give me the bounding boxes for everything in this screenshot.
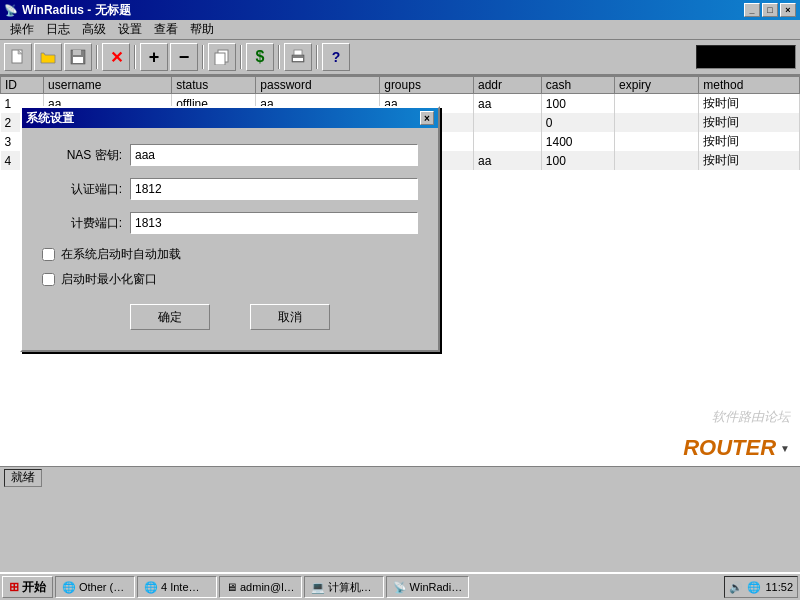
dialog-title-bar: 系统设置 × bbox=[22, 108, 438, 128]
taskbar-item-winradius[interactable]: 📡 WinRadi… bbox=[386, 576, 470, 598]
svg-rect-5 bbox=[215, 53, 225, 65]
taskbar-item-computer[interactable]: 💻 计算机… bbox=[304, 576, 384, 598]
tray-icons: 🔊 bbox=[729, 581, 743, 594]
taskbar-item-internet-icon: 🌐 bbox=[144, 581, 158, 594]
auto-load-row: 在系统启动时自动加载 bbox=[42, 246, 418, 263]
window-title: WinRadius - 无标题 bbox=[22, 2, 131, 19]
close-button[interactable]: × bbox=[780, 3, 796, 17]
taskbar-item-internet[interactable]: 🌐 4 Inte… bbox=[137, 576, 217, 598]
svg-rect-3 bbox=[73, 57, 83, 63]
save-button[interactable] bbox=[64, 43, 92, 71]
main-area: ID username status password groups addr … bbox=[0, 76, 800, 466]
minimize-label: 启动时最小化窗口 bbox=[61, 271, 157, 288]
print-button[interactable] bbox=[284, 43, 312, 71]
open-button[interactable] bbox=[34, 43, 62, 71]
dialog-button-area: 确定 取消 bbox=[42, 304, 418, 338]
svg-rect-2 bbox=[73, 50, 81, 55]
copy-button[interactable] bbox=[208, 43, 236, 71]
status-text: 就绪 bbox=[4, 469, 42, 487]
nas-key-label: NAS 密钥: bbox=[42, 147, 122, 164]
taskbar-item-admin[interactable]: 🖥 admin@l… bbox=[219, 576, 302, 598]
menu-log[interactable]: 日志 bbox=[40, 19, 76, 40]
svg-rect-0 bbox=[12, 50, 22, 63]
toolbar: ✕ + − $ ? bbox=[0, 40, 800, 76]
taskbar-item-winradius-icon: 📡 bbox=[393, 581, 407, 594]
windows-icon: ⊞ bbox=[9, 580, 19, 594]
currency-button[interactable]: $ bbox=[246, 43, 274, 71]
status-bar: 就绪 bbox=[0, 466, 800, 488]
app-icon: 📡 bbox=[4, 4, 18, 17]
taskbar-item-internet-label: 4 Inte… bbox=[161, 581, 200, 593]
auto-load-checkbox[interactable] bbox=[42, 248, 55, 261]
billing-port-input[interactable] bbox=[130, 212, 418, 234]
system-settings-dialog: 系统设置 × NAS 密钥: 认证端口: 计费端口: bbox=[20, 106, 440, 352]
billing-port-row: 计费端口: bbox=[42, 212, 418, 234]
auth-port-label: 认证端口: bbox=[42, 181, 122, 198]
toolbar-separator-6 bbox=[316, 45, 318, 69]
taskbar-item-admin-label: admin@l… bbox=[240, 581, 295, 593]
dialog-overlay: 系统设置 × NAS 密钥: 认证端口: 计费端口: bbox=[0, 76, 800, 466]
dialog-body: NAS 密钥: 认证端口: 计费端口: 在系统启动时自动加载 bbox=[22, 128, 438, 350]
toolbar-display bbox=[696, 45, 796, 69]
start-button[interactable]: ⊞ 开始 bbox=[2, 576, 53, 598]
taskbar-item-computer-label: 计算机… bbox=[328, 580, 372, 595]
menu-bar: 操作 日志 高级 设置 查看 帮助 bbox=[0, 20, 800, 40]
nas-key-row: NAS 密钥: bbox=[42, 144, 418, 166]
toolbar-separator-5 bbox=[278, 45, 280, 69]
svg-rect-7 bbox=[294, 50, 302, 55]
cancel-button[interactable]: 取消 bbox=[250, 304, 330, 330]
taskbar-item-admin-icon: 🖥 bbox=[226, 581, 237, 593]
toolbar-separator-3 bbox=[202, 45, 204, 69]
taskbar-item-other[interactable]: 🌐 Other (… bbox=[55, 576, 135, 598]
taskbar-item-computer-icon: 💻 bbox=[311, 581, 325, 594]
minimize-checkbox[interactable] bbox=[42, 273, 55, 286]
minimize-row: 启动时最小化窗口 bbox=[42, 271, 418, 288]
delete-button[interactable]: ✕ bbox=[102, 43, 130, 71]
confirm-button[interactable]: 确定 bbox=[130, 304, 210, 330]
menu-operations[interactable]: 操作 bbox=[4, 19, 40, 40]
tray-icons2: 🌐 bbox=[747, 581, 761, 594]
toolbar-separator-1 bbox=[96, 45, 98, 69]
help-button[interactable]: ? bbox=[322, 43, 350, 71]
add-button[interactable]: + bbox=[140, 43, 168, 71]
taskbar-item-winradius-label: WinRadi… bbox=[410, 581, 463, 593]
svg-rect-8 bbox=[293, 58, 303, 61]
menu-settings[interactable]: 设置 bbox=[112, 19, 148, 40]
auto-load-label: 在系统启动时自动加载 bbox=[61, 246, 181, 263]
nas-key-input[interactable] bbox=[130, 144, 418, 166]
taskbar: ⊞ 开始 🌐 Other (… 🌐 4 Inte… 🖥 admin@l… 💻 计… bbox=[0, 572, 800, 600]
taskbar-item-other-label: Other (… bbox=[79, 581, 124, 593]
dialog-title-text: 系统设置 bbox=[26, 110, 74, 127]
maximize-button[interactable]: □ bbox=[762, 3, 778, 17]
taskbar-item-other-icon: 🌐 bbox=[62, 581, 76, 594]
auth-port-row: 认证端口: bbox=[42, 178, 418, 200]
system-tray: 🔊 🌐 11:52 bbox=[724, 576, 798, 598]
clock: 11:52 bbox=[765, 581, 793, 593]
toolbar-separator-4 bbox=[240, 45, 242, 69]
subtract-button[interactable]: − bbox=[170, 43, 198, 71]
auth-port-input[interactable] bbox=[130, 178, 418, 200]
menu-view[interactable]: 查看 bbox=[148, 19, 184, 40]
title-bar: 📡 WinRadius - 无标题 _ □ × bbox=[0, 0, 800, 20]
toolbar-separator-2 bbox=[134, 45, 136, 69]
minimize-button[interactable]: _ bbox=[744, 3, 760, 17]
menu-help[interactable]: 帮助 bbox=[184, 19, 220, 40]
menu-advanced[interactable]: 高级 bbox=[76, 19, 112, 40]
dialog-close-button[interactable]: × bbox=[420, 111, 434, 125]
start-label: 开始 bbox=[22, 579, 46, 596]
billing-port-label: 计费端口: bbox=[42, 215, 122, 232]
new-button[interactable] bbox=[4, 43, 32, 71]
